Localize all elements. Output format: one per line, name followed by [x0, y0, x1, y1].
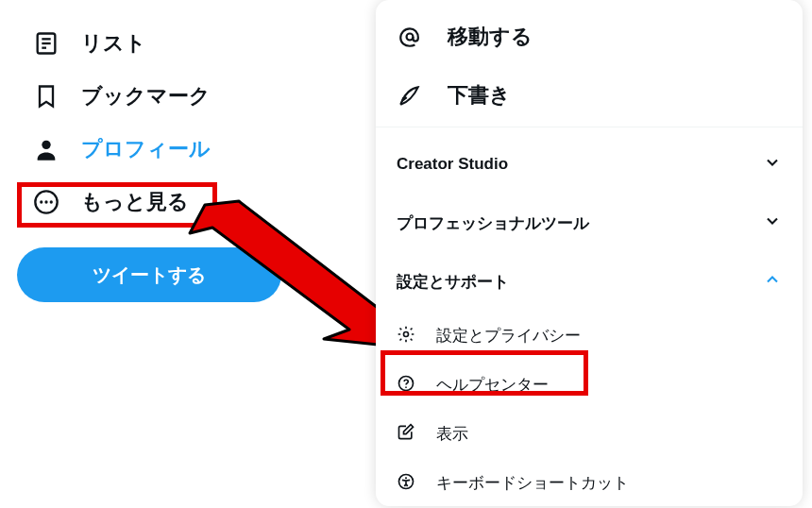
svg-point-8 [50, 200, 53, 203]
submenu-item-display[interactable]: 表示 [376, 409, 803, 458]
submenu-item-keyboard-shortcuts[interactable]: キーボードショートカット [376, 458, 803, 507]
submenu-item-label: キーボードショートカット [436, 472, 629, 494]
menu-item-label: 移動する [448, 23, 533, 51]
sidebar-item-lists[interactable]: リスト [19, 17, 224, 70]
edit-icon [397, 423, 417, 444]
sidebar-item-label: ブックマーク [81, 82, 211, 110]
accordion-settings-support[interactable]: 設定とサポート [376, 252, 803, 311]
submenu-item-label: 表示 [436, 423, 468, 445]
submenu-item-help-center[interactable]: ヘルプセンター [376, 360, 803, 409]
accordion-label: 設定とサポート [397, 271, 509, 293]
help-icon [397, 374, 417, 395]
tweet-button[interactable]: ツイートする [17, 247, 281, 302]
submenu-item-label: 設定とプライバシー [436, 325, 581, 347]
accessibility-icon [397, 472, 417, 493]
menu-item-drafts[interactable]: 下書き [376, 66, 803, 125]
quill-icon [397, 82, 423, 109]
tweet-button-label: ツイートする [93, 262, 206, 288]
sidebar-item-bookmarks[interactable]: ブックマーク [19, 70, 224, 123]
menu-item-label: 下書き [448, 81, 511, 110]
profile-icon [32, 135, 60, 163]
accordion-label: プロフェッショナルツール [397, 212, 589, 234]
more-menu-panel: 移動する 下書き Creator Studio プロフェッショナルツール 設定と… [376, 0, 803, 506]
sidebar-item-label: プロフィール [81, 135, 211, 163]
svg-point-15 [405, 477, 407, 479]
sidebar-item-label: リスト [81, 29, 146, 58]
svg-point-6 [40, 200, 42, 203]
chevron-down-icon [763, 153, 782, 176]
accordion-creator-studio[interactable]: Creator Studio [376, 135, 803, 194]
submenu-item-settings-privacy[interactable]: 設定とプライバシー [376, 311, 803, 360]
accordion-pro-tools[interactable]: プロフェッショナルツール [376, 194, 803, 252]
list-icon [32, 29, 60, 58]
svg-point-11 [404, 332, 409, 337]
menu-item-move[interactable]: 移動する [376, 8, 803, 66]
svg-point-13 [405, 386, 407, 388]
svg-point-7 [44, 200, 47, 203]
divider [376, 127, 803, 127]
submenu-item-label: ヘルプセンター [436, 374, 549, 396]
more-icon [32, 188, 60, 216]
bookmark-icon [32, 82, 60, 110]
sidebar-nav: リスト ブックマーク プロフィール もっと見る [19, 17, 224, 229]
accordion-label: Creator Studio [397, 155, 508, 174]
sidebar-item-profile[interactable]: プロフィール [19, 123, 224, 176]
svg-point-4 [42, 141, 50, 149]
chevron-up-icon [763, 270, 782, 293]
sidebar-item-label: もっと見る [81, 188, 189, 216]
gear-icon [397, 325, 417, 346]
chevron-down-icon [763, 212, 782, 234]
sidebar-item-more[interactable]: もっと見る [19, 176, 224, 229]
at-icon [397, 24, 423, 50]
